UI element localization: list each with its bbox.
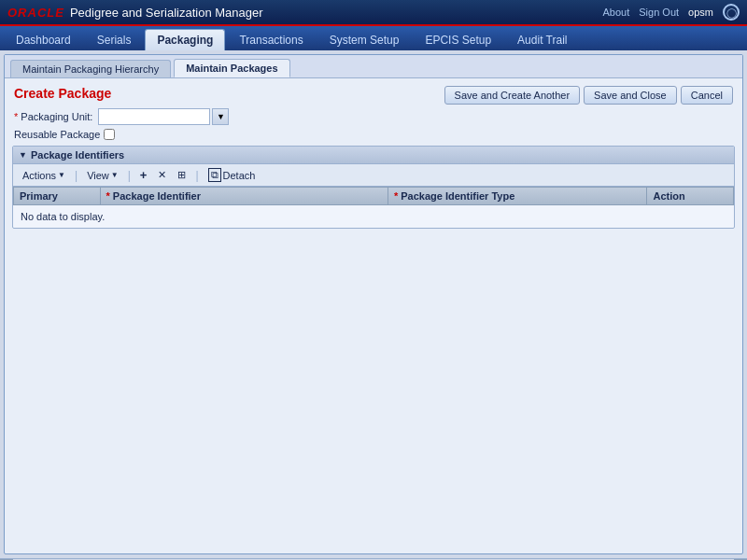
packaging-unit-label: Packaging Unit: [14,111,92,122]
delete-row-button[interactable]: ✕ [154,168,170,182]
nav-tab-audit-trail[interactable]: Audit Trail [505,29,579,50]
username-display: opsm [688,7,713,18]
actions-button[interactable]: Actions ▼ [19,169,69,182]
view-button[interactable]: View ▼ [83,169,122,182]
app-title: Pedigree and Serialization Manager [70,6,263,20]
packaging-unit-input-wrapper: ▼ [98,108,229,125]
save-create-another-button[interactable]: Save and Create Another [444,86,581,105]
package-identifiers-section: ▼ Package Identifiers Actions ▼ | View ▼… [12,146,735,229]
detach-label: Detach [223,170,256,181]
sub-tab-maintain-hierarchy[interactable]: Maintain Packaging Hierarchy [10,60,171,77]
sign-out-link[interactable]: Sign Out [639,7,679,18]
header-right: About Sign Out opsm ◯ [603,4,740,21]
detach-icon: ⧉ [208,168,221,182]
detach-button[interactable]: ⧉ Detach [204,167,260,183]
page-title: Create Package [14,86,444,101]
section-toolbar: Actions ▼ | View ▼ | + ✕ ⊞ | ⧉ Detach [13,164,734,187]
toolbar-buttons: Save and Create Another Save and Close C… [444,86,733,105]
oracle-logo: ORACLE [7,6,64,20]
actions-dropdown-icon: ▼ [58,171,65,179]
packaging-unit-dropdown-btn[interactable]: ▼ [212,108,229,125]
main-navigation: Dashboard Serials Packaging Transactions… [0,26,747,50]
view-cols-icon: ⊞ [177,169,186,181]
separator-2: | [128,169,131,182]
add-icon: + [140,169,148,181]
column-action: Action [647,188,734,205]
view-cols-button[interactable]: ⊞ [174,168,190,182]
table-scroll-area[interactable]: Primary Package Identifier Package Ident… [13,187,734,228]
nav-tab-dashboard[interactable]: Dashboard [4,29,83,50]
form-fields: Create Package Packaging Unit: ▼ Reusabl… [14,86,444,140]
nav-tab-system-setup[interactable]: System Setup [317,29,412,50]
delete-icon: ✕ [158,169,166,181]
view-label: View [87,170,109,181]
reusable-package-label: Reusable Package [14,129,100,140]
column-package-identifier-type: Package Identifier Type [388,188,647,205]
identifiers-table: Primary Package Identifier Package Ident… [13,187,734,205]
reusable-package-row: Reusable Package [14,129,444,140]
cancel-button[interactable]: Cancel [681,86,733,105]
oracle-text: ORACLE [7,6,64,20]
separator-1: | [75,169,78,182]
sub-tab-maintain-packages[interactable]: Maintain Packages [174,59,289,77]
form-header: Create Package Packaging Unit: ▼ Reusabl… [5,78,742,146]
column-package-identifier: Package Identifier [100,188,388,205]
section-header: ▼ Package Identifiers [13,147,734,164]
about-link[interactable]: About [603,7,630,18]
packaging-unit-row: Packaging Unit: ▼ [14,108,444,125]
actions-label: Actions [22,170,56,181]
view-dropdown-icon: ▼ [111,171,119,179]
separator-3: | [195,169,198,182]
no-data-message: No data to display. [13,205,734,228]
header-left: ORACLE Pedigree and Serialization Manage… [7,6,263,20]
main-content: Maintain Packaging Hierarchy Maintain Pa… [4,54,743,554]
nav-tab-epcis-setup[interactable]: EPCIS Setup [413,29,503,50]
sub-navigation: Maintain Packaging Hierarchy Maintain Pa… [5,55,742,78]
nav-tab-packaging[interactable]: Packaging [145,29,225,50]
nav-tab-serials[interactable]: Serials [85,29,144,50]
section-title: Package Identifiers [31,149,124,161]
dropdown-arrow-icon: ▼ [217,112,225,121]
add-row-button[interactable]: + [136,168,151,182]
nav-tab-transactions[interactable]: Transactions [227,29,315,50]
table-header-row: Primary Package Identifier Package Ident… [14,188,734,205]
section-toggle-icon[interactable]: ▼ [19,150,27,160]
app-header: ORACLE Pedigree and Serialization Manage… [0,0,747,26]
save-close-button[interactable]: Save and Close [584,86,677,105]
reusable-package-checkbox[interactable] [104,129,115,140]
user-icon: ◯ [723,4,740,21]
packaging-unit-input[interactable] [98,108,210,125]
column-primary: Primary [14,188,101,205]
